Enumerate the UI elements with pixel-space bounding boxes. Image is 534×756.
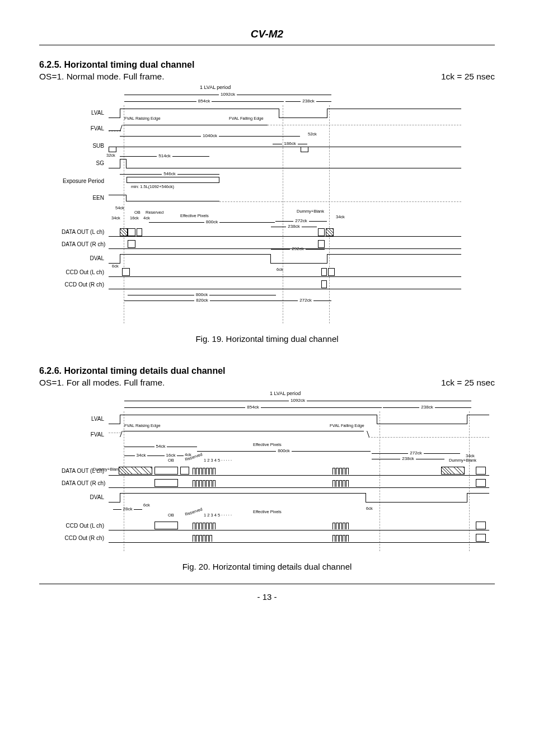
diagram-19: 1 LVAL period 1092ck 854ck 238ck LVAL FV — [62, 85, 484, 326]
row2-dataout-r: DATA OUT (R ch) — [62, 477, 484, 490]
dim-514: 514ck — [120, 153, 209, 159]
dim-546: 546ck — [120, 171, 219, 177]
bottom-dims-1: 800ck 820ck 272ck — [113, 291, 484, 304]
diagram-20: 1 LVAL period 1092ck 854ck 238ck LVAL FV… — [62, 391, 484, 553]
mode-row-1: OS=1. Normal mode. Full frame. 1ck = 25 … — [39, 72, 495, 82]
section-625: 6.2.5. Horizontal timing dual channel OS… — [39, 60, 495, 344]
dim-186: 186ck — [273, 141, 307, 147]
row-ccdout-l: CCD Out (L ch) 6ck — [62, 266, 484, 279]
top-annotation-2: 1 LVAL period 1092ck 854ck 238ck — [113, 391, 484, 411]
dim-1092: 1092ck — [124, 92, 331, 97]
row2-ccdout-l: CCD Out (L ch) — [62, 520, 484, 532]
caption-19: Fig. 19. Horizontal timing dual channel — [39, 334, 495, 344]
row2-ccdout-r: CCD Out (R ch) — [62, 532, 484, 544]
ann-between-2: 54ck Effective Pixels 800ck 34ck 16ck 4c… — [113, 443, 484, 465]
row2-fval: FVAL FVAL Raising Edge FVAL Falling Edge — [62, 427, 484, 443]
caption-20: Fig. 20. Horizontal timing details dual … — [39, 562, 495, 571]
mode-text-2: OS=1. For all modes. Full frame. — [39, 378, 165, 388]
ann-between-1: 54ck OB Reserved 34ck 16ck 4ck Effective… — [113, 206, 484, 226]
page-footer: - 13 - — [39, 584, 495, 602]
row-een: EEN — [62, 190, 484, 206]
row-sg: SG 514ck — [62, 156, 484, 171]
row-sub: SUB 1040ck 52ck 186ck 32ck — [62, 137, 484, 156]
section-626: 6.2.6. Horizontal timing details dual ch… — [39, 366, 495, 571]
row2-dval: DVAL — [62, 490, 484, 505]
row2-dataout-l: DATA OUT (L ch) Dummy+Blank — [62, 465, 484, 477]
mode-text-1: OS=1. Normal mode. Full frame. — [39, 72, 165, 82]
mode-row-2: OS=1. For all modes. Full frame. 1ck = 2… — [39, 378, 495, 388]
top-annotation-1: 1 LVAL period 1092ck 854ck 238ck — [113, 85, 484, 105]
clock-text-1: 1ck = 25 nsec — [441, 72, 495, 82]
row-dataout-l: DATA OUT (L ch) 238ck — [62, 226, 484, 238]
dim-854: 854ck — [124, 98, 284, 104]
heading-625: 6.2.5. Horizontal timing dual channel — [39, 60, 495, 70]
lval-period-label: 1 LVAL period — [200, 85, 231, 90]
clock-text-2: 1ck = 25 nsec — [441, 378, 495, 388]
row-ccdout-r: CCD Out (R ch) — [62, 279, 484, 291]
page-header-model: CV-M2 — [39, 28, 495, 45]
row-dval: DVAL 292ck 6ck — [62, 251, 484, 266]
dim-238: 238ck — [285, 98, 331, 104]
dim-1040: 1040ck — [120, 133, 300, 139]
heading-626: 6.2.6. Horizontal timing details dual ch… — [39, 366, 495, 376]
row-exposure: Exposure Period 546ck min: 1.5L(1092+546… — [62, 171, 484, 190]
ann-ccd: 28ck 6ck OB Reserved 1 2 3 4 5 · · · · ·… — [113, 505, 484, 520]
